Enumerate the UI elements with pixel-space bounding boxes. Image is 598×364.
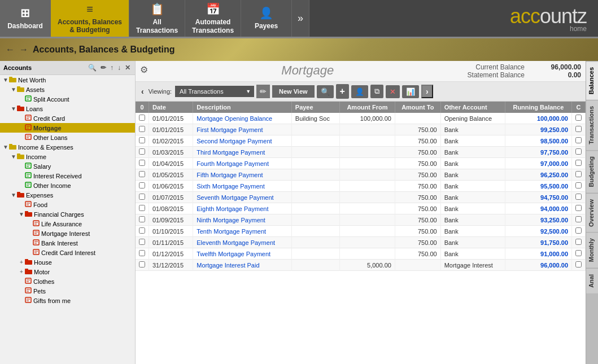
toolbar-back-arrow[interactable]: ‹: [139, 86, 146, 97]
row-description-9[interactable]: Ninth Mortgage Payment: [193, 214, 292, 226]
sidebar-item-mortgage[interactable]: Mortgage: [0, 123, 135, 133]
table-row[interactable]: 01/01/2015 Mortgage Opening Balance Buil…: [136, 113, 586, 124]
row-check-13[interactable]: [136, 260, 149, 271]
row-check-1[interactable]: [136, 124, 149, 135]
row-description-4[interactable]: Fourth Mortgage Payment: [193, 158, 292, 169]
sidebar-item-other-loans[interactable]: Other Loans: [0, 133, 135, 142]
settings-icon[interactable]: ⚙: [140, 64, 148, 75]
expander-loans[interactable]: ▼: [10, 106, 17, 112]
forward-button[interactable]: →: [19, 45, 28, 55]
sidebar-item-pets[interactable]: Pets: [0, 286, 135, 296]
table-row[interactable]: 01/11/2015 Eleventh Mortgage Payment 750…: [136, 237, 586, 248]
tab-monthly[interactable]: Monthly: [586, 232, 598, 267]
add-transaction-button[interactable]: +: [336, 84, 349, 99]
toolbar-right-arrow[interactable]: ›: [421, 85, 433, 98]
expander-income[interactable]: ▼: [10, 154, 17, 160]
row-c-9[interactable]: [572, 214, 586, 226]
sidebar-item-mortgage-interest[interactable]: Mortgage Interest: [0, 229, 135, 238]
sidebar-item-interest-received[interactable]: Interest Received: [0, 171, 135, 181]
table-row[interactable]: 01/06/2015 Sixth Mortgage Payment 750.00…: [136, 181, 586, 192]
row-check-4[interactable]: [136, 158, 149, 169]
sidebar-search-icon[interactable]: 🔍: [87, 63, 98, 72]
expander-assets[interactable]: ▼: [10, 86, 17, 93]
table-row[interactable]: 01/07/2015 Seventh Mortgage Payment 750.…: [136, 192, 586, 203]
table-row[interactable]: 01/01/2015 First Mortgage Payment 750.00…: [136, 124, 586, 135]
table-row[interactable]: 01/10/2015 Tenth Mortgage Payment 750.00…: [136, 226, 586, 237]
row-check-3[interactable]: [136, 147, 149, 158]
sidebar-item-clothes[interactable]: Clothes: [0, 277, 135, 286]
table-row[interactable]: 01/12/2015 Twelfth Mortgage Payment 750.…: [136, 248, 586, 260]
row-description-8[interactable]: Eighth Mortgage Payment: [193, 203, 292, 214]
row-description-12[interactable]: Twelfth Mortgage Payment: [193, 248, 292, 260]
row-description-11[interactable]: Eleventh Mortgage Payment: [193, 237, 292, 248]
sidebar-item-income-expenses[interactable]: ▼Income & Expenses: [0, 142, 135, 152]
chart-button[interactable]: 📊: [402, 85, 419, 98]
sidebar-item-assets[interactable]: ▼Assets: [0, 85, 135, 94]
row-c-8[interactable]: [572, 203, 586, 214]
sidebar-item-loans[interactable]: ▼Loans: [0, 104, 135, 113]
sidebar-item-expenses[interactable]: ▼Expenses: [0, 190, 135, 200]
search-button[interactable]: 🔍: [317, 85, 334, 98]
row-check-11[interactable]: [136, 237, 149, 248]
row-check-8[interactable]: [136, 203, 149, 214]
row-c-10[interactable]: [572, 226, 586, 237]
edit-view-button[interactable]: ✏: [256, 85, 270, 98]
row-check-5[interactable]: [136, 169, 149, 181]
nav-accounts[interactable]: ≡ Accounts, Balances& Budgeting: [51, 0, 129, 37]
view-select-wrapper[interactable]: All Transactions This Month Last Month T…: [175, 86, 254, 97]
expander-expenses[interactable]: ▼: [10, 192, 17, 198]
sidebar-up-icon[interactable]: ↑: [109, 63, 115, 72]
sidebar-item-income[interactable]: ▼Income: [0, 152, 135, 161]
expander-motor[interactable]: +: [18, 269, 25, 275]
sidebar-item-house[interactable]: +House: [0, 257, 135, 267]
table-row[interactable]: 01/05/2015 Fifth Mortgage Payment 750.00…: [136, 169, 586, 181]
expander-financial-charges[interactable]: ▼: [18, 211, 25, 217]
back-button[interactable]: ←: [6, 45, 15, 55]
sidebar-item-split-account[interactable]: Split Account: [0, 94, 135, 104]
row-description-0[interactable]: Mortgage Opening Balance: [193, 113, 292, 124]
row-check-0[interactable]: [136, 113, 149, 124]
row-check-9[interactable]: [136, 214, 149, 226]
nav-more-button[interactable]: »: [292, 0, 309, 37]
table-row[interactable]: 01/04/2015 Fourth Mortgage Payment 750.0…: [136, 158, 586, 169]
user-button[interactable]: 👤: [351, 85, 368, 98]
row-c-11[interactable]: [572, 237, 586, 248]
tab-transactions[interactable]: Transactions: [586, 100, 598, 150]
row-check-12[interactable]: [136, 248, 149, 260]
tab-balances[interactable]: Balances: [586, 61, 598, 100]
row-description-7[interactable]: Seventh Mortgage Payment: [193, 192, 292, 203]
sidebar-down-icon[interactable]: ↓: [116, 63, 122, 72]
table-row[interactable]: 01/03/2015 Third Mortgage Payment 750.00…: [136, 147, 586, 158]
row-check-7[interactable]: [136, 192, 149, 203]
new-view-button[interactable]: New View: [272, 85, 315, 98]
expander-net-worth[interactable]: ▼: [2, 77, 9, 83]
row-description-5[interactable]: Fifth Mortgage Payment: [193, 169, 292, 181]
sidebar-item-bank-interest[interactable]: Bank Interest: [0, 238, 135, 248]
sidebar-item-financial-charges[interactable]: ▼Financial Charges: [0, 209, 135, 219]
row-c-0[interactable]: [572, 113, 586, 124]
nav-dashboard[interactable]: ⊞ Dashboard: [0, 0, 51, 37]
row-c-7[interactable]: [572, 192, 586, 203]
sidebar-item-other-income[interactable]: Other Income: [0, 181, 135, 190]
row-check-10[interactable]: [136, 226, 149, 237]
sidebar-item-net-worth[interactable]: ▼Net Worth: [0, 75, 135, 85]
nav-automated-transactions[interactable]: 📅 AutomatedTransactions: [185, 0, 241, 37]
copy-button[interactable]: ⧉: [370, 85, 383, 98]
sidebar-item-food[interactable]: Food: [0, 200, 135, 209]
table-row[interactable]: 01/02/2015 Second Mortgage Payment 750.0…: [136, 135, 586, 147]
row-c-5[interactable]: [572, 169, 586, 181]
sidebar-item-motor[interactable]: +Motor: [0, 267, 135, 277]
tab-overview[interactable]: Overview: [586, 193, 598, 233]
row-c-4[interactable]: [572, 158, 586, 169]
expander-house[interactable]: +: [18, 259, 25, 265]
sidebar-item-credit-card[interactable]: Credit Card: [0, 113, 135, 123]
row-description-10[interactable]: Tenth Mortgage Payment: [193, 226, 292, 237]
sidebar-item-credit-card-interest[interactable]: Credit Card Interest: [0, 248, 135, 257]
nav-payees[interactable]: 👤 Payees: [241, 0, 292, 37]
row-description-6[interactable]: Sixth Mortgage Payment: [193, 181, 292, 192]
row-c-6[interactable]: [572, 181, 586, 192]
row-c-13[interactable]: [572, 260, 586, 271]
sidebar-close-icon[interactable]: ✕: [124, 63, 132, 72]
row-description-1[interactable]: First Mortgage Payment: [193, 124, 292, 135]
table-row[interactable]: 01/09/2015 Ninth Mortgage Payment 750.00…: [136, 214, 586, 226]
